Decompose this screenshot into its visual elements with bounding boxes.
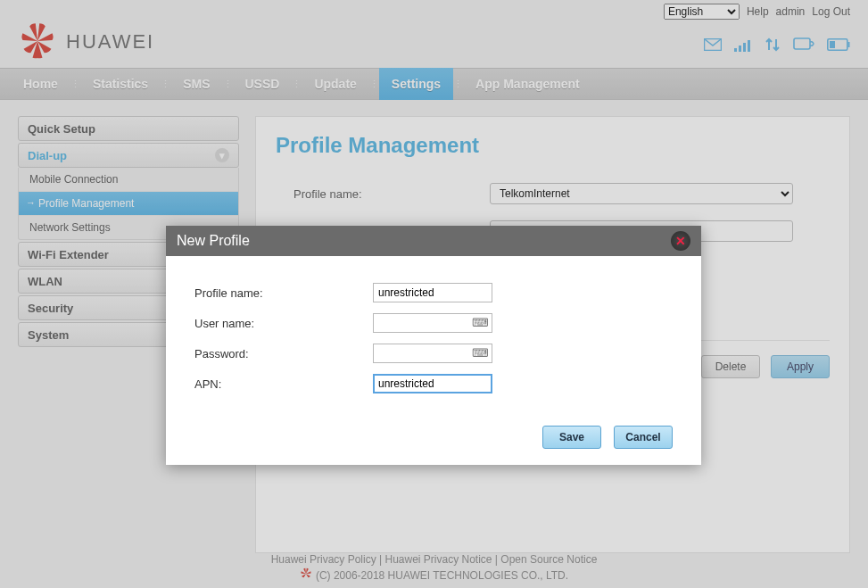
close-icon: ✕ <box>675 235 686 247</box>
modal-title: New Profile <box>177 233 250 249</box>
modal-label-user-name: User name: <box>194 317 373 330</box>
modal-row-apn: APN: <box>194 374 673 393</box>
modal-save-button[interactable]: Save <box>542 426 601 449</box>
modal-row-user-name: User name: ⌨ <box>194 313 673 333</box>
modal-label-profile-name: Profile name: <box>194 286 373 300</box>
modal-button-row: Save Cancel <box>166 420 701 465</box>
modal-row-password: Password: ⌨ <box>194 344 673 363</box>
modal-row-profile-name: Profile name: <box>194 283 673 302</box>
modal-label-password: Password: <box>194 347 373 360</box>
keyboard-icon[interactable]: ⌨ <box>472 316 489 329</box>
modal-profile-name-input[interactable] <box>373 283 492 302</box>
modal-cancel-button[interactable]: Cancel <box>614 426 673 449</box>
modal-label-apn: APN: <box>194 377 373 391</box>
modal-header: New Profile ✕ <box>166 226 701 256</box>
new-profile-modal: New Profile ✕ Profile name: User name: ⌨… <box>166 226 701 465</box>
keyboard-icon[interactable]: ⌨ <box>472 346 489 360</box>
modal-apn-input[interactable] <box>373 374 492 393</box>
modal-close-button[interactable]: ✕ <box>671 231 690 251</box>
modal-body: Profile name: User name: ⌨ Password: ⌨ A… <box>166 256 701 420</box>
